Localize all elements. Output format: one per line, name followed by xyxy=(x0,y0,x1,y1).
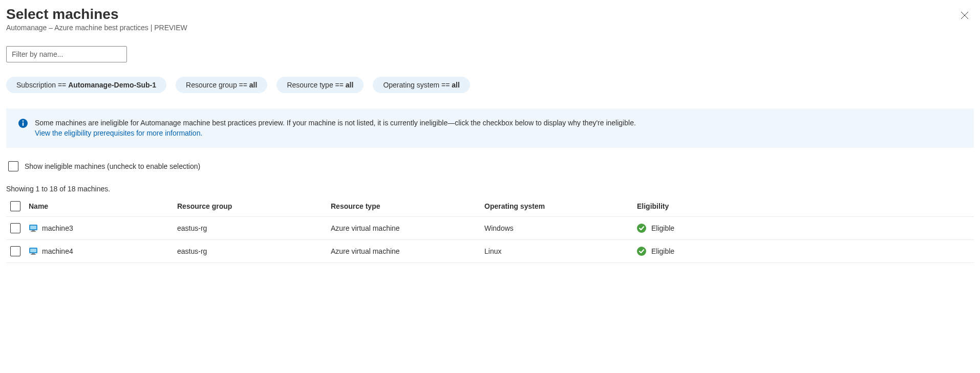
row-os: Windows xyxy=(484,224,637,232)
row-name[interactable]: machine3 xyxy=(42,224,73,232)
col-operating-system[interactable]: Operating system xyxy=(484,202,637,210)
close-icon xyxy=(961,11,969,19)
row-name[interactable]: machine4 xyxy=(42,247,73,255)
vm-icon xyxy=(29,224,38,233)
table-row: machine3 eastus-rg Azure virtual machine… xyxy=(6,217,974,240)
success-icon xyxy=(637,247,646,256)
row-resource-group: eastus-rg xyxy=(177,224,331,232)
show-ineligible-label: Show ineligible machines (uncheck to ena… xyxy=(25,162,200,170)
svg-rect-6 xyxy=(30,226,36,229)
results-count: Showing 1 to 18 of 18 machines. xyxy=(6,185,974,193)
info-banner: Some machines are ineligible for Automan… xyxy=(6,108,974,148)
row-resource-type: Azure virtual machine xyxy=(331,247,484,255)
svg-rect-7 xyxy=(32,230,35,231)
filter-pill-subscription[interactable]: Subscription == Automanage-Demo-Sub-1 xyxy=(6,77,166,93)
pill-label: Resource group == xyxy=(186,81,249,89)
pill-value: all xyxy=(249,81,258,89)
row-checkbox[interactable] xyxy=(10,246,20,256)
svg-point-14 xyxy=(637,247,646,256)
pill-value: Automanage-Demo-Sub-1 xyxy=(68,81,156,89)
filter-pill-resource-type[interactable]: Resource type == all xyxy=(276,77,364,93)
filter-input[interactable] xyxy=(6,46,127,62)
select-all-checkbox[interactable] xyxy=(10,201,20,211)
row-eligibility: Eligible xyxy=(651,247,674,255)
pill-label: Resource type == xyxy=(287,81,345,89)
table-row: machine4 eastus-rg Azure virtual machine… xyxy=(6,240,974,263)
row-checkbox[interactable] xyxy=(10,223,20,233)
pill-value: all xyxy=(452,81,460,89)
svg-rect-13 xyxy=(31,254,36,255)
filter-pill-operating-system[interactable]: Operating system == all xyxy=(373,77,470,93)
page-title: Select machines xyxy=(6,6,187,23)
pill-value: all xyxy=(346,81,354,89)
row-os: Linux xyxy=(484,247,637,255)
col-resource-type[interactable]: Resource type xyxy=(331,202,484,210)
info-icon xyxy=(18,119,28,128)
col-resource-group[interactable]: Resource group xyxy=(177,202,331,210)
row-eligibility: Eligible xyxy=(651,224,674,232)
show-ineligible-checkbox[interactable] xyxy=(8,161,18,171)
success-icon xyxy=(637,224,646,233)
row-resource-type: Azure virtual machine xyxy=(331,224,484,232)
page-subtitle: Automanage – Azure machine best practice… xyxy=(6,24,187,32)
row-resource-group: eastus-rg xyxy=(177,247,331,255)
svg-point-4 xyxy=(23,120,24,122)
close-button[interactable] xyxy=(958,9,971,23)
machines-table: Name Resource group Resource type Operat… xyxy=(6,196,974,263)
info-banner-link[interactable]: View the eligibility prerequisites for m… xyxy=(35,129,202,137)
svg-point-9 xyxy=(637,224,646,233)
col-eligibility[interactable]: Eligibility xyxy=(637,202,974,210)
svg-rect-3 xyxy=(23,122,24,126)
svg-rect-12 xyxy=(32,253,35,254)
col-name[interactable]: Name xyxy=(29,202,177,210)
filter-pill-row: Subscription == Automanage-Demo-Sub-1 Re… xyxy=(6,77,974,93)
pill-label: Subscription == xyxy=(16,81,68,89)
info-banner-text: Some machines are ineligible for Automan… xyxy=(35,119,636,127)
pill-label: Operating system == xyxy=(383,81,452,89)
vm-icon xyxy=(29,247,38,256)
svg-rect-11 xyxy=(30,249,36,252)
filter-pill-resource-group[interactable]: Resource group == all xyxy=(176,77,267,93)
table-header: Name Resource group Resource type Operat… xyxy=(6,196,974,217)
svg-rect-8 xyxy=(31,231,36,232)
